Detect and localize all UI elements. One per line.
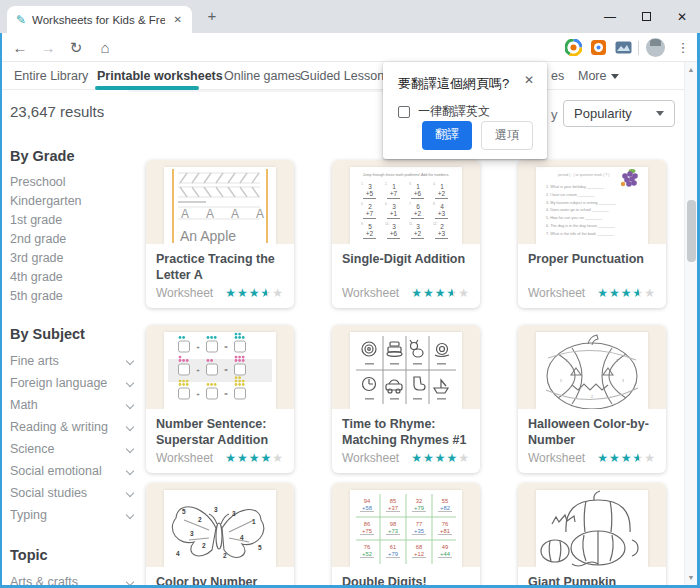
worksheet-card[interactable]: period ( . ) or question mark ( ? )1. Wh…: [518, 160, 666, 308]
new-tab-button[interactable]: +: [202, 7, 222, 24]
tab-close-icon[interactable]: ✕: [171, 12, 185, 27]
sidebar-item-social-emotional[interactable]: Social emotional: [10, 460, 138, 482]
worksheet-card[interactable]: Jump through these math problems! Add th…: [332, 160, 480, 308]
card-body: Halloween Color-by-NumberWorksheet★★★★★: [518, 409, 666, 473]
forward-button[interactable]: →: [36, 33, 60, 62]
star-filled-icon: ★: [423, 286, 435, 300]
nav-item-es[interactable]: es: [551, 69, 564, 83]
svg-text:+6: +6: [390, 230, 398, 237]
star-rating: ★★★★★: [597, 286, 656, 300]
worksheet-card[interactable]: Giant Pumpkin Coloring: [518, 483, 666, 588]
sidebar-item-5th-grade[interactable]: 5th grade: [10, 286, 138, 305]
chevron-down-icon: [126, 445, 134, 453]
sidebar-item-math[interactable]: Math: [10, 394, 138, 416]
sidebar-item-fine-arts[interactable]: Fine arts: [10, 350, 138, 372]
card-meta: Worksheet★★★★★: [528, 286, 656, 300]
svg-text:Jump through these math proble: Jump through these math problems! Add th…: [363, 173, 450, 177]
sidebar-item-science[interactable]: Science: [10, 438, 138, 460]
sidebar-item-reading-writing[interactable]: Reading & writing: [10, 416, 138, 438]
close-window-button[interactable]: ✕: [664, 0, 700, 33]
worksheet-thumbnail: period ( . ) or question mark ( ? )1. Wh…: [518, 160, 666, 244]
maximize-button[interactable]: [628, 0, 664, 33]
always-translate-checkbox[interactable]: [398, 106, 410, 118]
star-filled-icon: ★: [609, 286, 621, 300]
svg-text:+37: +37: [388, 505, 398, 511]
svg-text:4. Does water go to school ___: 4. Does water go to school ________: [546, 208, 610, 212]
worksheet-card[interactable]: Time to Rhyme: Matching Rhymes #1Workshe…: [332, 325, 480, 473]
back-button[interactable]: ←: [8, 33, 32, 62]
worksheet-thumbnail: 94+5885+3732+7955+8286+7598+7377+3576+81…: [332, 483, 480, 567]
svg-text:+58: +58: [362, 505, 372, 511]
star-empty-icon: ★: [644, 286, 656, 300]
worksheet-card[interactable]: +=+=+=Number Sentence: Superstar Additio…: [146, 325, 294, 473]
svg-text:76: 76: [364, 544, 370, 550]
chevron-down-icon: [611, 74, 619, 79]
svg-text:85: 85: [390, 498, 396, 504]
worksheet-type-label: Worksheet: [156, 286, 213, 300]
sidebar-item-label: Reading & writing: [10, 420, 108, 434]
minimize-button[interactable]: —: [592, 0, 628, 33]
butterfly-color-by-number-worksheet-image: 52323142453: [164, 490, 276, 567]
translate-button[interactable]: 翻譯: [422, 121, 472, 150]
svg-text:+12: +12: [414, 551, 424, 557]
star-half-icon: ★: [260, 286, 272, 300]
svg-text:68: 68: [416, 544, 422, 550]
nav-item-guided-lessons[interactable]: Guided Lessons: [300, 69, 390, 83]
options-button[interactable]: 選項: [481, 121, 533, 150]
sidebar-item-1st-grade[interactable]: 1st grade: [10, 210, 138, 229]
home-button[interactable]: ⌂: [93, 33, 117, 62]
window-border-left: [0, 33, 2, 588]
card-body: Number Sentence: Superstar AdditionWorks…: [146, 409, 294, 473]
extension-icon-2[interactable]: [589, 38, 608, 57]
svg-text:32: 32: [416, 498, 422, 504]
svg-text:+73: +73: [388, 528, 398, 534]
sidebar-item-preschool[interactable]: Preschool: [10, 172, 138, 191]
svg-text:+: +: [196, 391, 200, 397]
nav-item-entire-library[interactable]: Entire Library: [14, 69, 88, 83]
worksheet-card[interactable]: 52323142453Color by Number: [146, 483, 294, 588]
sidebar-item-kindergarten[interactable]: Kindergarten: [10, 191, 138, 210]
halloween-color-by-number-worksheet-image: 53253: [536, 332, 648, 409]
nav-item-more[interactable]: More: [578, 69, 619, 83]
svg-text:7.: 7.: [409, 202, 412, 206]
popup-close-icon[interactable]: ✕: [522, 71, 536, 89]
worksheet-thumbnail: [332, 325, 480, 409]
svg-text:3: 3: [232, 510, 236, 517]
sidebar-item-social-studies[interactable]: Social studies: [10, 482, 138, 504]
svg-text:+7: +7: [390, 190, 398, 197]
star-empty-icon: ★: [458, 286, 470, 300]
chrome-menu-icon[interactable]: ⋮: [673, 33, 693, 62]
svg-text:77: 77: [416, 521, 422, 527]
window-controls: — ✕: [592, 0, 700, 33]
worksheet-card[interactable]: A A A A A An ApplePractice Tracing the L…: [146, 160, 294, 308]
profile-avatar[interactable]: [646, 38, 665, 57]
browser-tab[interactable]: ✎ Worksheets for Kids & Free Pri ✕: [7, 6, 192, 33]
always-translate-label: 一律翻譯英文: [418, 103, 490, 120]
star-filled-icon: ★: [597, 451, 609, 465]
star-half-icon: ★: [632, 286, 644, 300]
worksheet-card[interactable]: 94+5885+3732+7955+8286+7598+7377+3576+81…: [332, 483, 480, 588]
page-scrollbar[interactable]: ▲ ▼: [684, 62, 697, 585]
extension-icon-3[interactable]: [614, 38, 633, 57]
worksheet-card[interactable]: 53253Halloween Color-by-NumberWorksheet★…: [518, 325, 666, 473]
scrollbar-thumb[interactable]: [687, 200, 696, 262]
sidebar-item-4th-grade[interactable]: 4th grade: [10, 267, 138, 286]
sidebar-item-2nd-grade[interactable]: 2nd grade: [10, 229, 138, 248]
sidebar-item-3rd-grade[interactable]: 3rd grade: [10, 248, 138, 267]
svg-text:5: 5: [258, 544, 262, 551]
sidebar-item-foreign-language[interactable]: Foreign language: [10, 372, 138, 394]
reload-button[interactable]: ↻: [64, 33, 88, 62]
scroll-down-icon[interactable]: ▼: [685, 574, 697, 581]
svg-text:3. My favorite subject is writ: 3. My favorite subject is writing ______…: [546, 201, 617, 205]
nav-item-online-games[interactable]: Online games: [224, 69, 301, 83]
sidebar-item-label: Math: [10, 398, 38, 412]
star-filled-icon: ★: [225, 451, 237, 465]
sort-dropdown[interactable]: Popularity: [563, 100, 675, 127]
nav-item-printable-worksheets[interactable]: Printable worksheets: [97, 69, 223, 83]
svg-text:5: 5: [182, 508, 186, 515]
extension-icon-1[interactable]: [564, 38, 583, 57]
pencil-favicon-icon: ✎: [16, 13, 26, 27]
worksheet-thumbnail: [518, 483, 666, 567]
scroll-up-icon[interactable]: ▲: [685, 66, 697, 73]
sidebar-item-typing[interactable]: Typing: [10, 504, 138, 526]
